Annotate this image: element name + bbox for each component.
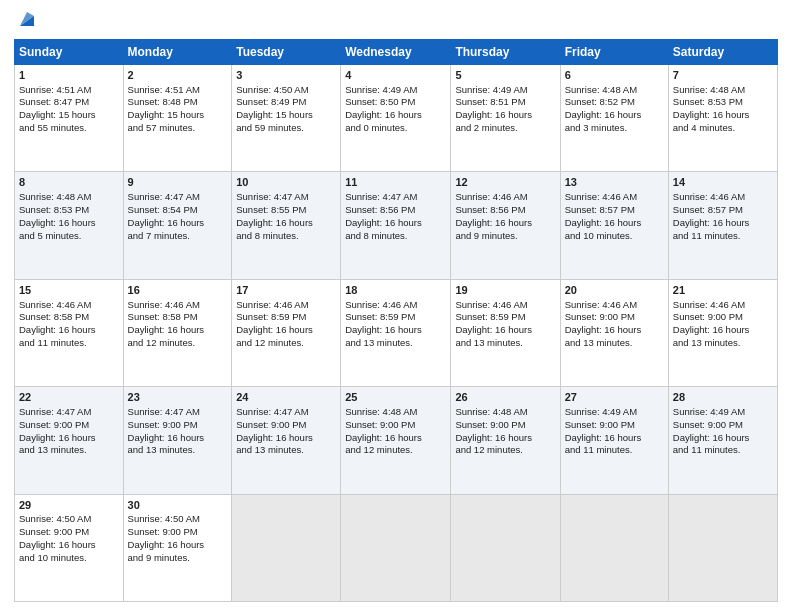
day-info-line: Daylight: 16 hours: [565, 432, 664, 445]
day-info-line: Sunset: 9:00 PM: [19, 419, 119, 432]
day-cell: [451, 494, 560, 601]
day-info-line: Daylight: 16 hours: [455, 109, 555, 122]
day-info-line: Sunrise: 4:46 AM: [236, 299, 336, 312]
day-number: 22: [19, 390, 119, 405]
day-info-line: and 2 minutes.: [455, 122, 555, 135]
day-info-line: and 13 minutes.: [128, 444, 228, 457]
day-info-line: Sunset: 8:47 PM: [19, 96, 119, 109]
day-number: 8: [19, 175, 119, 190]
day-info-line: Sunset: 9:00 PM: [128, 419, 228, 432]
day-info-line: Sunrise: 4:47 AM: [236, 406, 336, 419]
day-info-line: Daylight: 16 hours: [673, 217, 773, 230]
day-number: 5: [455, 68, 555, 83]
day-cell: 24Sunrise: 4:47 AMSunset: 9:00 PMDayligh…: [232, 387, 341, 494]
day-info-line: Daylight: 16 hours: [565, 324, 664, 337]
day-info-line: Sunset: 8:59 PM: [345, 311, 446, 324]
day-info-line: Daylight: 16 hours: [128, 217, 228, 230]
day-number: 18: [345, 283, 446, 298]
day-info-line: Sunset: 9:00 PM: [345, 419, 446, 432]
day-info-line: Sunrise: 4:49 AM: [455, 84, 555, 97]
day-number: 19: [455, 283, 555, 298]
day-cell: 16Sunrise: 4:46 AMSunset: 8:58 PMDayligh…: [123, 279, 232, 386]
day-info-line: Sunset: 9:00 PM: [673, 311, 773, 324]
weekday-header-row: SundayMondayTuesdayWednesdayThursdayFrid…: [15, 39, 778, 64]
day-info-line: Sunset: 8:59 PM: [455, 311, 555, 324]
day-info-line: Sunrise: 4:47 AM: [128, 406, 228, 419]
day-number: 29: [19, 498, 119, 513]
day-info-line: Sunrise: 4:50 AM: [19, 513, 119, 526]
day-info-line: Sunrise: 4:50 AM: [236, 84, 336, 97]
day-info-line: Sunset: 8:55 PM: [236, 204, 336, 217]
day-number: 17: [236, 283, 336, 298]
day-info-line: Sunset: 9:00 PM: [236, 419, 336, 432]
day-cell: 30Sunrise: 4:50 AMSunset: 9:00 PMDayligh…: [123, 494, 232, 601]
day-info-line: Sunset: 8:54 PM: [128, 204, 228, 217]
day-info-line: Sunrise: 4:46 AM: [19, 299, 119, 312]
day-info-line: Sunrise: 4:48 AM: [19, 191, 119, 204]
day-cell: 12Sunrise: 4:46 AMSunset: 8:56 PMDayligh…: [451, 172, 560, 279]
day-number: 1: [19, 68, 119, 83]
day-info-line: Sunset: 8:56 PM: [345, 204, 446, 217]
day-number: 16: [128, 283, 228, 298]
logo: [14, 10, 38, 33]
day-cell: 21Sunrise: 4:46 AMSunset: 9:00 PMDayligh…: [668, 279, 777, 386]
day-cell: 2Sunrise: 4:51 AMSunset: 8:48 PMDaylight…: [123, 64, 232, 171]
day-number: 27: [565, 390, 664, 405]
day-info-line: Daylight: 16 hours: [673, 432, 773, 445]
day-info-line: Sunrise: 4:49 AM: [345, 84, 446, 97]
day-info-line: and 10 minutes.: [565, 230, 664, 243]
weekday-header-sunday: Sunday: [15, 39, 124, 64]
day-info-line: Sunset: 9:00 PM: [455, 419, 555, 432]
day-number: 26: [455, 390, 555, 405]
day-info-line: Daylight: 16 hours: [19, 432, 119, 445]
day-info-line: and 7 minutes.: [128, 230, 228, 243]
day-info-line: Sunset: 8:57 PM: [565, 204, 664, 217]
day-cell: 27Sunrise: 4:49 AMSunset: 9:00 PMDayligh…: [560, 387, 668, 494]
day-info-line: Sunset: 8:58 PM: [19, 311, 119, 324]
day-info-line: and 3 minutes.: [565, 122, 664, 135]
day-cell: [341, 494, 451, 601]
day-info-line: and 12 minutes.: [128, 337, 228, 350]
day-info-line: Sunrise: 4:48 AM: [565, 84, 664, 97]
day-info-line: and 12 minutes.: [236, 337, 336, 350]
day-cell: 15Sunrise: 4:46 AMSunset: 8:58 PMDayligh…: [15, 279, 124, 386]
day-info-line: Daylight: 16 hours: [345, 109, 446, 122]
day-info-line: and 11 minutes.: [673, 444, 773, 457]
day-info-line: Sunrise: 4:47 AM: [128, 191, 228, 204]
day-info-line: and 13 minutes.: [673, 337, 773, 350]
day-number: 23: [128, 390, 228, 405]
day-info-line: Sunrise: 4:47 AM: [345, 191, 446, 204]
day-info-line: Daylight: 15 hours: [236, 109, 336, 122]
day-number: 2: [128, 68, 228, 83]
day-cell: 9Sunrise: 4:47 AMSunset: 8:54 PMDaylight…: [123, 172, 232, 279]
day-number: 15: [19, 283, 119, 298]
day-info-line: Sunset: 8:53 PM: [19, 204, 119, 217]
day-info-line: Daylight: 16 hours: [236, 432, 336, 445]
day-cell: 22Sunrise: 4:47 AMSunset: 9:00 PMDayligh…: [15, 387, 124, 494]
day-info-line: Sunrise: 4:47 AM: [19, 406, 119, 419]
weekday-header-saturday: Saturday: [668, 39, 777, 64]
day-info-line: Sunset: 8:48 PM: [128, 96, 228, 109]
day-info-line: and 11 minutes.: [673, 230, 773, 243]
day-cell: 6Sunrise: 4:48 AMSunset: 8:52 PMDaylight…: [560, 64, 668, 171]
day-info-line: Sunrise: 4:49 AM: [673, 406, 773, 419]
day-cell: 5Sunrise: 4:49 AMSunset: 8:51 PMDaylight…: [451, 64, 560, 171]
day-info-line: Sunrise: 4:46 AM: [565, 299, 664, 312]
day-info-line: Sunset: 9:00 PM: [19, 526, 119, 539]
day-cell: 8Sunrise: 4:48 AMSunset: 8:53 PMDaylight…: [15, 172, 124, 279]
weekday-header-monday: Monday: [123, 39, 232, 64]
day-number: 25: [345, 390, 446, 405]
day-info-line: Sunset: 8:56 PM: [455, 204, 555, 217]
day-cell: 14Sunrise: 4:46 AMSunset: 8:57 PMDayligh…: [668, 172, 777, 279]
day-info-line: Sunset: 8:52 PM: [565, 96, 664, 109]
day-info-line: and 4 minutes.: [673, 122, 773, 135]
day-info-line: Daylight: 16 hours: [128, 539, 228, 552]
day-info-line: Daylight: 16 hours: [19, 539, 119, 552]
day-info-line: Sunset: 9:00 PM: [673, 419, 773, 432]
day-info-line: and 10 minutes.: [19, 552, 119, 565]
day-info-line: Sunrise: 4:48 AM: [673, 84, 773, 97]
day-cell: 18Sunrise: 4:46 AMSunset: 8:59 PMDayligh…: [341, 279, 451, 386]
page: SundayMondayTuesdayWednesdayThursdayFrid…: [0, 0, 792, 612]
header: [14, 10, 778, 33]
day-info-line: and 0 minutes.: [345, 122, 446, 135]
